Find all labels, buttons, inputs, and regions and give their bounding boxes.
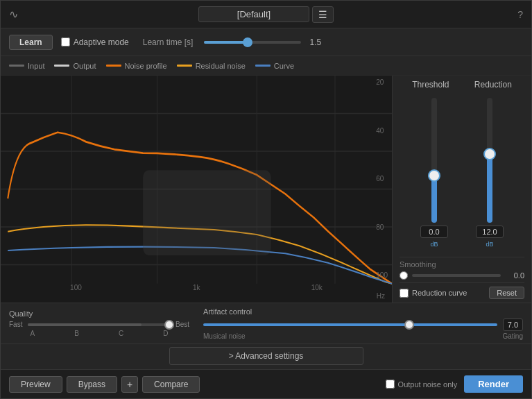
reduction-slider-fill [487,154,492,223]
reduction-curve-row: Reduction curve Reset [400,282,524,303]
quality-section: Quality Fast Best A B C D [9,309,189,337]
right-panel: Threshold Reduction 0.0 dB [393,76,531,303]
quality-title: Quality [9,309,189,318]
footer: Preview Bypass + Compare Output noise on… [1,369,531,398]
quality-slider-fill [28,323,141,326]
quality-slider-row: Fast Best [9,321,189,328]
reduction-curve-label: Reduction curve [412,289,467,297]
threshold-slider-thumb[interactable] [428,169,440,182]
artifact-section: Artifact control 7.0 Musical noise Gatin… [189,307,523,340]
legend-curve: Curve [255,62,294,70]
smoothing-radio[interactable] [400,271,408,280]
db-label-60: 60 [376,175,388,182]
reduction-slider-track[interactable] [487,98,492,223]
legend-residual: Residual noise [177,62,246,70]
artifact-value-box[interactable]: 7.0 [503,319,523,331]
legend-residual-line [177,65,192,67]
main-area: 20 40 60 80 100 100 1k 10k Hz Threshold … [1,76,531,303]
footer-right: Output noise only Render [386,375,523,393]
quality-letter-d: D [163,330,168,337]
artifact-slider-row: 7.0 [203,319,523,331]
reduction-slider-container: 12.0 dB [476,92,504,257]
quality-slider[interactable] [28,323,170,326]
reduction-header: Reduction [474,80,512,90]
quality-artifact-row: Quality Fast Best A B C D A [1,303,531,343]
db-label-100: 100 [376,271,388,279]
quality-letter-a: A [31,330,35,337]
legend-curve-line [255,65,271,67]
smoothing-section: Smoothing 0.0 [400,257,524,282]
threshold-value-box[interactable]: 0.0 [420,226,448,238]
reset-button[interactable]: Reset [489,287,524,299]
freq-10k: 10k [311,284,323,291]
bottom-section: Quality Fast Best A B C D A [1,303,531,369]
learn-time-value: 1.5 [309,37,327,47]
quality-letters: A B C D [9,330,189,337]
preview-button[interactable]: Preview [9,376,62,393]
legend-noise-profile: Noise profile [106,62,167,70]
legend-row: Input Output Noise profile Residual nois… [1,56,531,76]
quality-letter-b: B [74,330,79,337]
smoothing-label: Smoothing [400,260,524,269]
threshold-slider-track[interactable] [431,98,437,223]
quality-fast-label: Fast [9,321,22,328]
smoothing-slider[interactable] [412,274,501,277]
legend-input-line [9,65,24,67]
adaptive-mode-checkbox[interactable] [61,37,70,46]
preset-selector: [Default] ☰ [198,6,334,23]
freq-1k: 1k [193,284,200,291]
artifact-sublabels: Musical noise Gating [203,332,523,340]
threshold-header: Threshold [412,80,449,90]
footer-left: Preview Bypass + Compare [9,376,200,393]
legend-residual-label: Residual noise [196,62,246,70]
threshold-unit: dB [430,241,438,248]
smoothing-value: 0.0 [505,271,524,280]
advanced-row: > Advanced settings [1,343,531,369]
bypass-button[interactable]: Bypass [67,376,117,393]
quality-letter-c: C [119,330,123,337]
compare-button[interactable]: Compare [142,376,200,393]
threshold-slider-container: 0.0 dB [420,92,448,257]
menu-button[interactable]: ☰ [312,6,334,23]
artifact-slider-thumb[interactable] [404,320,414,330]
gating-label: Gating [503,332,523,340]
freq-100: 100 [70,284,82,291]
reduction-slider-thumb[interactable] [483,148,496,160]
artifact-title: Artifact control [203,307,523,316]
advanced-settings-button[interactable]: > Advanced settings [169,347,363,365]
reduction-value-box[interactable]: 12.0 [476,226,504,238]
quality-slider-thumb[interactable] [164,320,174,330]
output-noise-row: Output noise only [386,380,458,389]
learn-time-label: Learn time [s] [143,37,194,47]
spectrum-display[interactable]: 20 40 60 80 100 100 1k 10k Hz [1,76,393,303]
legend-noise-line [106,65,121,67]
svg-rect-10 [143,170,271,255]
musical-noise-label: Musical noise [203,332,246,340]
preset-dropdown[interactable]: [Default] [198,6,309,22]
vertical-sliders: 0.0 dB 12.0 dB [400,92,524,257]
controls-row: Learn Adaptive mode Learn time [s] 1.5 [1,28,531,56]
help-button[interactable]: ? [517,9,523,20]
reduction-curve-checkbox[interactable] [400,289,409,298]
render-button[interactable]: Render [464,375,523,393]
legend-output-line [54,65,69,67]
spectrum-svg [1,76,392,303]
db-labels: 20 40 60 80 100 [376,76,388,282]
smoothing-row: 0.0 [400,271,524,280]
freq-unit: Hz [377,292,385,300]
quality-best-label: Best [175,321,189,328]
output-noise-checkbox[interactable] [386,380,395,389]
db-label-80: 80 [376,223,388,231]
artifact-slider[interactable] [203,323,497,326]
adaptive-mode-toggle: Adaptive mode [61,37,129,47]
sliders-header: Threshold Reduction [400,76,524,92]
add-button[interactable]: + [121,376,138,393]
header: ∿ [Default] ☰ ? [1,1,531,28]
legend-input-label: Input [28,62,44,70]
freq-labels: 100 1k 10k [1,284,392,291]
legend-output: Output [54,62,96,70]
learn-time-slider[interactable] [204,41,301,44]
reduction-unit: dB [486,241,493,248]
db-label-40: 40 [376,127,388,135]
learn-button[interactable]: Learn [9,35,53,50]
